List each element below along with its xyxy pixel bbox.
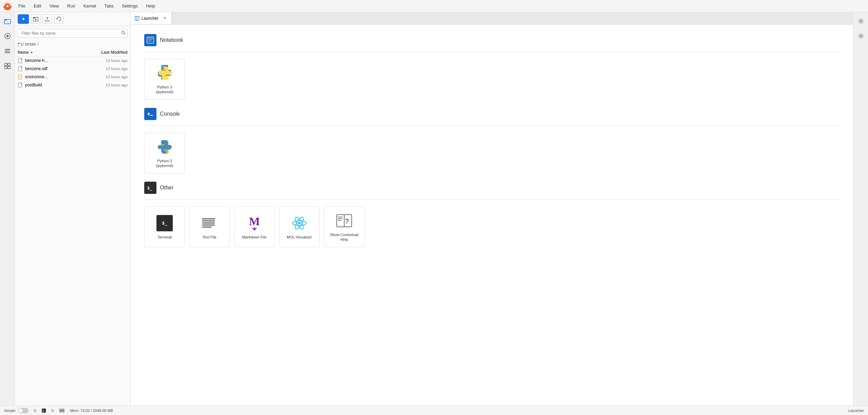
- svg-point-15: [122, 31, 124, 34]
- menu-file[interactable]: File: [15, 2, 29, 10]
- console-python3-card[interactable]: Python 3 (ipykernel): [144, 133, 185, 173]
- folder-icon: [4, 18, 11, 24]
- file-modified-3: 13 hours ago: [83, 83, 128, 87]
- launcher-tab-icon: [135, 16, 139, 21]
- gear-icon-bottom: [858, 33, 864, 39]
- notebook-grid: Python 3 (ipykernel): [144, 59, 839, 100]
- svg-rect-7: [5, 52, 10, 53]
- file-icon-0: [18, 58, 23, 63]
- textfile-label: Text File: [203, 235, 217, 239]
- tab-bar: Launcher ✕: [131, 12, 853, 24]
- terminal-status-icon: $: [41, 408, 46, 413]
- help-label: Show Contextual Help: [330, 232, 358, 242]
- activity-bar: [0, 12, 15, 405]
- svg-rect-51: [60, 410, 62, 412]
- menu-edit[interactable]: Edit: [30, 2, 45, 10]
- markdown-label: Markdown File: [242, 235, 267, 239]
- text-line-1: [202, 218, 215, 219]
- file-item-benzene-sdf[interactable]: benzene.sdf 13 hours ago: [15, 65, 130, 73]
- search-icon: [121, 31, 126, 35]
- simple-toggle[interactable]: [18, 408, 29, 413]
- file-name-1: benzene.sdf: [25, 66, 83, 71]
- app-logo: [3, 1, 12, 11]
- right-settings-bottom[interactable]: [855, 30, 867, 42]
- contextual-help-card[interactable]: ? Show Contextual Help: [324, 206, 365, 247]
- search-input[interactable]: [18, 29, 128, 38]
- file-modified-2: 13 hours ago: [83, 75, 128, 79]
- menu-help[interactable]: Help: [143, 2, 158, 10]
- mode-toggle: Simple: [4, 408, 29, 413]
- menu-kernel[interactable]: Kernel: [80, 2, 100, 10]
- svg-point-39: [298, 222, 301, 224]
- svg-point-34: [165, 151, 167, 152]
- activity-extensions[interactable]: [1, 60, 14, 72]
- svg-line-16: [124, 34, 126, 35]
- svg-text:?: ?: [345, 217, 349, 225]
- other-section-title: Other: [160, 185, 173, 191]
- yaml-icon: Y: [18, 74, 23, 80]
- markdown-icon: M: [246, 214, 263, 232]
- new-folder-button[interactable]: [31, 14, 40, 24]
- svg-text:Y: Y: [19, 76, 21, 78]
- section-header-other: $_ Other: [144, 182, 839, 194]
- svg-point-47: [860, 35, 862, 37]
- file-item-benzene-h[interactable]: benzene-h... 13 hours ago: [15, 56, 130, 65]
- sidebar-toolbar: + +: [15, 12, 130, 26]
- content-area: Launcher ✕ Notebook: [131, 12, 853, 405]
- file-item-environment[interactable]: Y environme... 13 hours ago: [15, 73, 130, 81]
- menu-view[interactable]: View: [46, 2, 62, 10]
- mol-visualizer-card[interactable]: MOL Visualizer: [279, 206, 320, 247]
- notebook-python3-card[interactable]: Python 3 (ipykernel): [144, 59, 185, 100]
- svg-point-29: [163, 68, 164, 69]
- markdown-card[interactable]: M Markdown File: [234, 206, 275, 247]
- svg-point-46: [860, 20, 862, 22]
- python-logo-0: [156, 64, 173, 82]
- file-item-postbuild[interactable]: postBuild 13 hours ago: [15, 81, 130, 89]
- svg-rect-32: [150, 115, 153, 116]
- markdown-m: M: [249, 216, 260, 227]
- activity-search[interactable]: [1, 30, 14, 42]
- new-button[interactable]: + +: [18, 14, 29, 24]
- refresh-button[interactable]: [54, 14, 64, 24]
- textfile-card[interactable]: Text File: [189, 206, 230, 247]
- upload-button[interactable]: [43, 14, 52, 24]
- tab-close-button[interactable]: ✕: [162, 16, 167, 21]
- gear-icon-top: [858, 18, 864, 24]
- activity-git[interactable]: [1, 45, 14, 57]
- console-python3-label: Python 3 (ipykernel): [156, 159, 173, 168]
- text-line-3: [202, 222, 215, 223]
- terminal-card[interactable]: $_ Terminal: [144, 206, 185, 247]
- svg-rect-10: [5, 66, 7, 69]
- file-modified-1: 13 hours ago: [83, 67, 128, 71]
- svg-point-4: [6, 35, 9, 37]
- list-icon: [4, 48, 11, 54]
- file-list: benzene-h... 13 hours ago benzene.sdf 13…: [15, 56, 130, 405]
- file-icon-1: [18, 66, 23, 71]
- main-layout: + +: [0, 12, 868, 405]
- menu-tabs[interactable]: Tabs: [101, 2, 117, 10]
- right-settings-top[interactable]: [855, 15, 867, 27]
- tab-launcher[interactable]: Launcher ✕: [131, 12, 172, 24]
- menu-settings[interactable]: Settings: [118, 2, 141, 10]
- menu-run[interactable]: Run: [64, 2, 79, 10]
- notebook-divider: [144, 52, 839, 52]
- svg-rect-44: [338, 220, 341, 221]
- mol-label: MOL Visualizer: [287, 235, 312, 239]
- column-modified[interactable]: Last Modified: [83, 50, 128, 55]
- launcher-content: Notebook: [131, 24, 853, 405]
- svg-point-1: [6, 5, 9, 7]
- file-name-3: postBuild: [25, 83, 83, 87]
- svg-rect-6: [5, 51, 10, 51]
- console-divider: [144, 126, 839, 126]
- notebook-python3-label: Python 3 (ipykernel): [156, 85, 173, 95]
- breadcrumb-path: / binder /: [23, 42, 39, 47]
- status-right-label: Launcher: [848, 409, 864, 413]
- column-name[interactable]: Name: [18, 50, 83, 55]
- terminal-label: Terminal: [157, 235, 172, 239]
- text-line-4: [202, 225, 215, 226]
- folder-breadcrumb-icon: [18, 43, 22, 46]
- circle-icon: [4, 33, 11, 39]
- search-submit-button[interactable]: [121, 31, 126, 36]
- svg-rect-11: [8, 66, 10, 69]
- activity-files[interactable]: [1, 15, 14, 27]
